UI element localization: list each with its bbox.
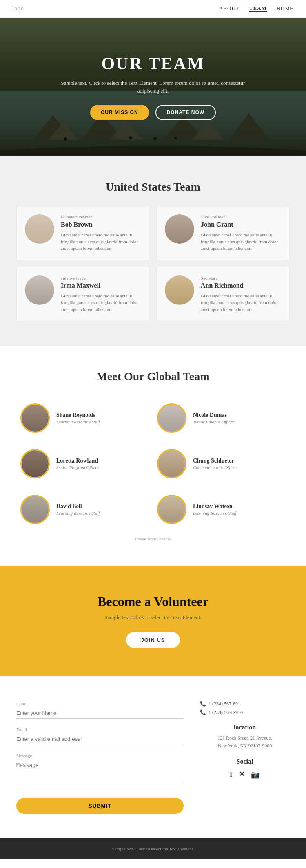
team-card-irma: creative leader Irma Maxwell Glavi amet … [16,267,150,322]
name-ann: Ann Richmond [201,282,281,289]
info-lindsay: Lindsay Watson Learning Resource Staff [193,503,237,516]
global-member-lindsay: Lindsay Watson Learning Resource Staff [153,487,290,532]
global-member-nicole: Nicole Dumas Junior Finance Officer [153,395,290,441]
message-label: Message [16,753,184,758]
social-block: Social  ✕ 📷 [200,758,290,779]
role-ann: Secretary [201,275,281,280]
our-mission-button[interactable]: OUR MISSION [90,105,149,120]
avatar-david [20,495,50,524]
name-irma: Irma Maxwell [61,282,141,289]
global-member-shane: Shane Reynolds Learning Resource Staff [16,395,153,441]
instagram-icon[interactable]: 📷 [251,770,260,779]
message-textarea[interactable] [16,760,184,784]
avatar-chung [157,449,186,478]
global-member-chung: Chung Schlueter Communications Officer [153,441,290,487]
email-input[interactable] [16,734,184,745]
info-shane: Shane Reynolds Learning Resource Staff [56,412,100,424]
name-bob: Bob Brown [61,221,141,228]
avatar-john [165,214,194,244]
phone-1: 📞 1 (234) 567-891 [200,701,290,707]
role-irma: creative leader [61,275,141,280]
name-loretta: Loretta Rowland [56,458,99,464]
role-shane: Learning Resource Staff [56,419,100,424]
name-nicole: Nicole Dumas [193,412,234,419]
avatar-ann [165,275,194,305]
role-chung: Communications Officer [193,465,237,470]
name-john: John Grant [201,221,281,228]
email-field-group: Email [16,727,184,745]
team-info-bob: Founder/President Bob Brown Glavi amet r… [61,214,141,252]
nav-home[interactable]: HOME [277,5,294,12]
name-lindsay: Lindsay Watson [193,503,237,510]
contact-info: 📞 1 (234) 567-891 📞 1 (234) 5678-910 loc… [200,701,290,814]
team-card-john: Vice President John Grant Glavi amet rit… [156,206,290,260]
location-address: 121 Rock Sreet, 21 Avenue,New York, NY 9… [200,734,290,750]
phone-2: 📞 1 (234) 5678-910 [200,709,290,716]
role-david: Learning Resource Staff [56,511,100,516]
svg-point-9 [64,137,67,141]
social-icons:  ✕ 📷 [200,770,290,779]
avatar-bob [25,214,54,244]
location-title: location [200,724,290,731]
avatar-shane [20,403,50,433]
name-chung: Chung Schlueter [193,458,237,464]
team-card-bob: Founder/President Bob Brown Glavi amet r… [16,206,150,260]
nav-about[interactable]: ABOUT [219,5,239,12]
global-team-section: Meet Our Global Team Shane Reynolds Lear… [0,346,306,566]
contact-section: name Email Message SUBMIT 📞 1 (234) 567-… [0,676,306,838]
team-card-ann: Secretary Ann Richmond Glavi amet ritnsl… [156,267,290,322]
desc-irma: Glavi amet ritnsl libero molestie ante u… [61,293,141,313]
facebook-icon[interactable]:  [230,770,233,779]
global-member-loretta: Loretta Rowland Senior Program Officer [16,441,153,487]
volunteer-title: Become a Volunteer [16,594,290,609]
name-david: David Bell [56,503,100,510]
submit-button[interactable]: SUBMIT [16,798,184,814]
volunteer-subtitle: Sample text. Click to select the Text El… [16,614,290,621]
name-label: name [16,701,184,706]
info-nicole: Nicole Dumas Junior Finance Officer [193,412,234,424]
nav-links: ABOUT TEAM HOME [219,5,294,12]
nav-team[interactable]: TEAM [249,5,267,12]
role-bob: Founder/President [61,214,141,219]
footer-text: Sample text. Click to select the Text El… [112,846,194,851]
donate-now-button[interactable]: DONATE NOW [155,105,216,120]
phone-icon-1: 📞 [200,701,206,707]
desc-ann: Glavi amet ritnsl libero molestie ante u… [201,293,281,313]
x-twitter-icon[interactable]: ✕ [239,770,244,779]
desc-bob: Glavi amet ritnsl libero molestie ante u… [61,231,141,252]
global-team-title: Meet Our Global Team [16,370,290,383]
us-team-section: United States Team Founder/President Bob… [0,156,306,346]
join-us-button[interactable]: JOIN US [126,632,180,648]
global-member-david: David Bell Learning Resource Staff [16,487,153,532]
info-david: David Bell Learning Resource Staff [56,503,100,516]
hero-content: OUR TEAM Sample text. Click to select th… [47,46,259,128]
info-loretta: Loretta Rowland Senior Program Officer [56,458,99,470]
hero-subtitle: Sample text. Click to select the Text El… [55,79,251,95]
contact-form: name Email Message SUBMIT [16,701,184,814]
footer: Sample text. Click to select the Text El… [0,838,306,859]
avatar-lindsay [157,495,186,524]
role-loretta: Senior Program Officer [56,465,99,470]
phone-icon-2: 📞 [200,709,206,716]
navbar: logo ABOUT TEAM HOME [0,0,306,18]
hero-title: OUR TEAM [55,54,251,73]
global-team-grid: Shane Reynolds Learning Resource Staff N… [16,395,290,532]
team-info-ann: Secretary Ann Richmond Glavi amet ritnsl… [201,275,281,313]
social-title: Social [200,758,290,765]
name-input[interactable] [16,707,184,719]
hero-buttons: OUR MISSION DONATE NOW [55,105,251,120]
avatar-loretta [20,449,50,478]
svg-point-12 [174,137,177,139]
role-lindsay: Learning Resource Staff [193,511,237,516]
info-chung: Chung Schlueter Communications Officer [193,458,237,470]
us-team-title: United States Team [16,181,290,194]
name-field-group: name [16,701,184,719]
email-label: Email [16,727,184,732]
volunteer-section: Become a Volunteer Sample text. Click to… [0,566,306,676]
team-info-john: Vice President John Grant Glavi amet rit… [201,214,281,252]
svg-point-10 [129,136,132,139]
role-john: Vice President [201,214,281,219]
avatar-irma [25,275,54,305]
team-grid: Founder/President Bob Brown Glavi amet r… [16,206,290,321]
role-nicole: Junior Finance Officer [193,419,234,424]
